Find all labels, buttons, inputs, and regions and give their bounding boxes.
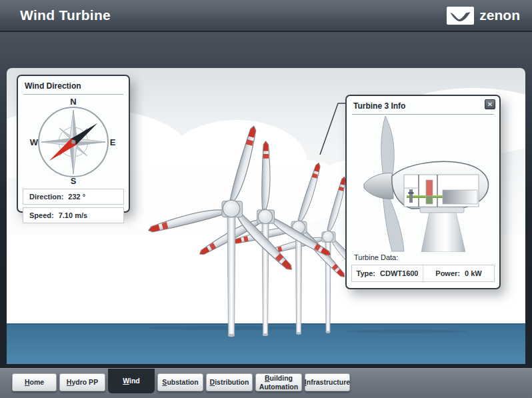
turbine-info-panel: Turbine 3 Info ✕ [345, 95, 501, 289]
turbine-info-title: Turbine 3 Info [347, 96, 499, 114]
compass-label-e: E [110, 137, 116, 147]
direction-value: 232 ° [68, 193, 85, 201]
power-label: Power: [435, 269, 460, 277]
speed-label: Speed: [29, 211, 54, 219]
compass-rose: N E S W [28, 95, 119, 186]
nav-substation[interactable]: Substation [157, 373, 203, 391]
divider [23, 94, 123, 95]
wind-direction-title: Wind Direction [18, 76, 129, 94]
wind-direction-panel: Wind Direction [17, 75, 130, 213]
main-area: Wind Direction [0, 32, 532, 368]
direction-readout: Direction: 232 ° [23, 189, 124, 205]
speed-readout: Speed: 7.10 m/s [23, 207, 124, 223]
type-value: CDWT1600 [380, 269, 418, 277]
nav-infrastructure[interactable]: Infrastructure [305, 373, 350, 391]
compass-label-w: W [30, 137, 39, 147]
nav-wind[interactable]: Wind [108, 369, 155, 393]
callout-line [320, 103, 346, 155]
turbine-data-row: Type: CDWT1600 Power: 0 kW [351, 265, 495, 282]
nav-hydro-pp[interactable]: Hydro PP [59, 373, 105, 391]
power-value: 0 kW [465, 269, 482, 277]
nav-distribution[interactable]: Distribution [206, 373, 253, 391]
compass-label-n: N [70, 97, 76, 107]
direction-label: Direction: [29, 193, 63, 201]
brand-name: zenon [479, 7, 520, 23]
speed-value: 7.10 m/s [59, 211, 87, 219]
compass-label-s: S [71, 176, 77, 186]
type-label: Type: [357, 269, 376, 277]
nav-home[interactable]: Home [12, 373, 57, 391]
page-title: Wind Turbine [20, 7, 111, 23]
bottom-navbar: HomeHydro PPWindSubstationDistributionBu… [0, 368, 532, 398]
turbine-data-label: Turbine Data: [354, 253, 499, 261]
nav-buttons: HomeHydro PPWindSubstationDistributionBu… [12, 369, 350, 398]
nacelle-cutaway-illustration [351, 115, 496, 252]
nav-building-automation[interactable]: Building Automation [255, 373, 302, 391]
zenon-checkmark-icon [447, 7, 474, 25]
brand-logo: zenon [447, 7, 520, 25]
header: Wind Turbine zenon [0, 0, 532, 32]
close-icon[interactable]: ✕ [485, 99, 495, 109]
turbine-power-cell: Power: 0 kW [423, 265, 494, 281]
turbine-type-cell: Type: CDWT1600 [352, 265, 423, 281]
